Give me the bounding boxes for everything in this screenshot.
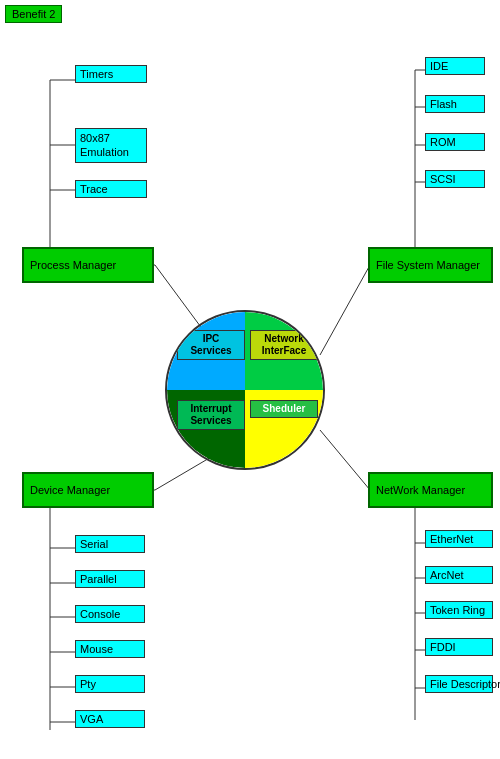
serial-box: Serial	[75, 535, 145, 553]
pty-box: Pty	[75, 675, 145, 693]
emulation-box: 80x87Emulation	[75, 128, 147, 163]
tokenring-box: Token Ring	[425, 601, 493, 619]
mouse-box: Mouse	[75, 640, 145, 658]
trace-box: Trace	[75, 180, 147, 198]
rom-box: ROM	[425, 133, 485, 151]
network-manager-box: NetWork Manager	[368, 472, 493, 508]
ide-box: IDE	[425, 57, 485, 75]
fddi-box: FDDI	[425, 638, 493, 656]
network-interface-label: NetworkInterFace	[250, 330, 318, 360]
svg-line-3	[320, 430, 370, 490]
scsi-box: SCSI	[425, 170, 485, 188]
ethernet-box: EtherNet	[425, 530, 493, 548]
interrupt-label: InterruptServices	[177, 400, 245, 430]
flash-box: Flash	[425, 95, 485, 113]
center-circle: IPCServices NetworkInterFace InterruptSe…	[165, 310, 325, 470]
filedesc-box: File Descriptor	[425, 675, 493, 693]
ipc-label: IPCServices	[177, 330, 245, 360]
filesystem-manager-box: File System Manager	[368, 247, 493, 283]
vga-box: VGA	[75, 710, 145, 728]
title-box: Benefit 2	[5, 5, 62, 23]
parallel-box: Parallel	[75, 570, 145, 588]
process-manager-box: Process Manager	[22, 247, 154, 283]
arcnet-box: ArcNet	[425, 566, 493, 584]
device-manager-box: Device Manager	[22, 472, 154, 508]
scheduler-label: Sheduler	[250, 400, 318, 418]
timers-box: Timers	[75, 65, 147, 83]
console-box: Console	[75, 605, 145, 623]
svg-line-1	[320, 265, 370, 355]
